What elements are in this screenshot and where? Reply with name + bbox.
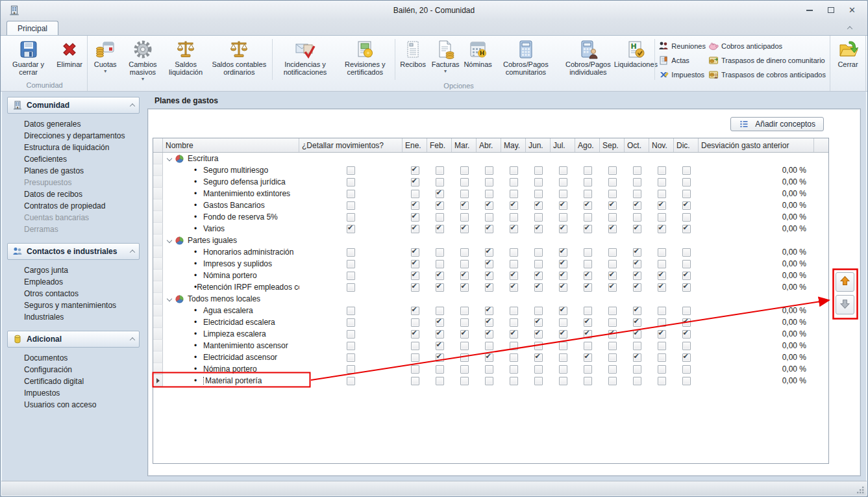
month-checkbox-sep[interactable] bbox=[608, 377, 617, 385]
month-checkbox-nov[interactable] bbox=[658, 213, 666, 222]
month-checkbox-mar[interactable] bbox=[460, 166, 469, 175]
sidebar-item-seguros-y-mantenimientos[interactable]: Seguros y mantenimientos bbox=[7, 299, 140, 311]
month-checkbox-nov[interactable] bbox=[658, 272, 666, 280]
month-checkbox-feb[interactable] bbox=[436, 178, 444, 186]
month-checkbox-feb[interactable] bbox=[436, 225, 444, 233]
month-checkbox-oct[interactable] bbox=[633, 225, 641, 233]
month-checkbox-mar[interactable] bbox=[460, 377, 469, 385]
sidebar-item-cargos-junta[interactable]: Cargos junta bbox=[7, 264, 140, 276]
month-checkbox-sep[interactable] bbox=[608, 342, 617, 350]
month-checkbox-feb[interactable] bbox=[436, 283, 444, 292]
month-checkbox-oct[interactable] bbox=[633, 248, 641, 257]
month-checkbox-jun[interactable] bbox=[534, 272, 543, 280]
row-selector[interactable] bbox=[153, 328, 163, 340]
month-checkbox-sep[interactable] bbox=[608, 272, 617, 280]
chevron-down-icon[interactable] bbox=[167, 238, 172, 243]
traspasos-de-dinero-comunitario-button[interactable]: Traspasos de dinero comunitario bbox=[708, 55, 826, 66]
month-checkbox-ene[interactable] bbox=[411, 307, 419, 315]
detallar-checkbox[interactable] bbox=[347, 307, 355, 315]
sidebar-item-datos-generales[interactable]: Datos generales bbox=[7, 118, 140, 130]
minimize-button[interactable] bbox=[800, 5, 818, 16]
month-checkbox-abr[interactable] bbox=[485, 248, 493, 257]
table-row-electricidad-ascensor[interactable]: •Electricidad ascensor0,00 % bbox=[153, 351, 828, 363]
month-checkbox-ago[interactable] bbox=[584, 166, 592, 175]
sidebar-item-usuarios-con-acceso[interactable]: Usuarios con acceso bbox=[7, 399, 140, 411]
month-checkbox-mar[interactable] bbox=[460, 248, 469, 257]
group-row-escritura[interactable]: Escritura bbox=[153, 153, 828, 164]
month-checkbox-abr[interactable] bbox=[485, 318, 493, 327]
month-checkbox-jul[interactable] bbox=[559, 213, 567, 222]
month-checkbox-abr[interactable] bbox=[485, 178, 493, 186]
month-checkbox-ago[interactable] bbox=[584, 272, 592, 280]
sidebar-item-certificado-digital[interactable]: Certificado digital bbox=[7, 376, 140, 387]
sidebar-group-header-adicional[interactable]: Adicional bbox=[7, 331, 140, 348]
sidebar-item-derramas[interactable]: Derramas bbox=[7, 223, 140, 235]
sidebar-item-planes-de-gastos[interactable]: Planes de gastos bbox=[7, 165, 140, 177]
month-checkbox-oct[interactable] bbox=[633, 353, 641, 362]
month-checkbox-jun[interactable] bbox=[534, 353, 543, 362]
add-concepts-button[interactable]: Añadir conceptos bbox=[730, 117, 824, 131]
detallar-checkbox[interactable] bbox=[347, 377, 355, 385]
row-selector[interactable] bbox=[153, 258, 163, 270]
detallar-checkbox[interactable] bbox=[347, 342, 355, 350]
month-checkbox-sep[interactable] bbox=[608, 307, 617, 315]
month-checkbox-nov[interactable] bbox=[658, 260, 666, 268]
chevron-down-icon[interactable] bbox=[167, 156, 172, 161]
month-checkbox-dic[interactable] bbox=[682, 342, 691, 350]
month-checkbox-may[interactable] bbox=[510, 213, 518, 222]
detallar-checkbox[interactable] bbox=[347, 178, 355, 186]
month-checkbox-jun[interactable] bbox=[534, 260, 543, 268]
cambios-masivos-button[interactable]: Cambios masivos▾ bbox=[121, 37, 164, 82]
column-header-may[interactable]: May. bbox=[501, 138, 526, 152]
move-up-button[interactable] bbox=[836, 272, 854, 292]
month-checkbox-abr[interactable] bbox=[485, 307, 493, 315]
month-checkbox-jul[interactable] bbox=[559, 342, 567, 350]
month-checkbox-ene[interactable] bbox=[411, 330, 419, 338]
table-row-impresos-y-suplidos[interactable]: •Impresos y suplidos0,00 % bbox=[153, 258, 828, 270]
month-checkbox-oct[interactable] bbox=[633, 365, 641, 374]
column-header-feb[interactable]: Feb. bbox=[427, 138, 452, 152]
month-checkbox-may[interactable] bbox=[510, 318, 518, 327]
detallar-checkbox[interactable] bbox=[347, 201, 355, 210]
month-checkbox-oct[interactable] bbox=[633, 201, 641, 210]
month-checkbox-ene[interactable] bbox=[411, 365, 419, 374]
row-selector[interactable] bbox=[153, 223, 163, 235]
month-checkbox-dic[interactable] bbox=[682, 377, 691, 385]
month-checkbox-ene[interactable] bbox=[411, 213, 419, 222]
month-checkbox-may[interactable] bbox=[510, 248, 518, 257]
column-header-ago[interactable]: Ago. bbox=[575, 138, 600, 152]
row-selector[interactable] bbox=[153, 305, 163, 316]
month-checkbox-jun[interactable] bbox=[534, 307, 543, 315]
detallar-checkbox[interactable] bbox=[347, 283, 355, 292]
row-selector[interactable] bbox=[153, 340, 163, 351]
sidebar-group-header-contactos-e-industriales[interactable]: Contactos e industriales bbox=[7, 243, 140, 260]
month-checkbox-feb[interactable] bbox=[436, 260, 444, 268]
month-checkbox-ene[interactable] bbox=[411, 318, 419, 327]
column-header-dic[interactable]: Dic. bbox=[674, 138, 699, 152]
month-checkbox-jun[interactable] bbox=[534, 377, 543, 385]
saldos-contables-ordinarios-button[interactable]: Saldos contables ordinarios bbox=[208, 37, 271, 82]
month-checkbox-jul[interactable] bbox=[559, 225, 567, 233]
tab-principal[interactable]: Principal bbox=[6, 21, 58, 35]
month-checkbox-dic[interactable] bbox=[682, 272, 691, 280]
month-checkbox-feb[interactable] bbox=[436, 307, 444, 315]
month-checkbox-dic[interactable] bbox=[682, 225, 691, 233]
month-checkbox-mar[interactable] bbox=[460, 178, 469, 186]
row-selector[interactable] bbox=[153, 176, 163, 188]
table-row-retencion-irpf-empleados-com[interactable]: •Retención IRPF empleados com...0,00 % bbox=[153, 281, 828, 293]
column-header-sep[interactable]: Sep. bbox=[600, 138, 625, 152]
month-checkbox-mar[interactable] bbox=[460, 318, 469, 327]
month-checkbox-jul[interactable] bbox=[559, 272, 567, 280]
month-checkbox-nov[interactable] bbox=[658, 365, 666, 374]
month-checkbox-jun[interactable] bbox=[534, 213, 543, 222]
row-selector[interactable] bbox=[153, 351, 163, 363]
detallar-checkbox[interactable] bbox=[347, 213, 355, 222]
month-checkbox-dic[interactable] bbox=[682, 178, 691, 186]
month-checkbox-abr[interactable] bbox=[485, 190, 493, 198]
month-checkbox-may[interactable] bbox=[510, 178, 518, 186]
column-header-nov[interactable]: Nov. bbox=[649, 138, 674, 152]
month-checkbox-feb[interactable] bbox=[436, 213, 444, 222]
month-checkbox-oct[interactable] bbox=[633, 260, 641, 268]
detallar-checkbox[interactable] bbox=[347, 248, 355, 257]
month-checkbox-ene[interactable] bbox=[411, 248, 419, 257]
